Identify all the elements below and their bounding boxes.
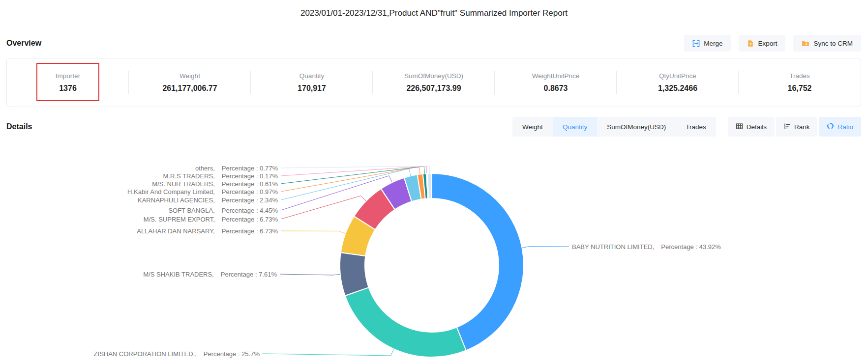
label-leader-line [522,247,569,248]
merge-button[interactable]: Merge [684,35,731,52]
pie-slice-zishan-corporation-limited-[interactable] [345,287,466,357]
stat-trades: Trades16,752 [739,58,861,107]
slice-name: ALLAHAR DAN NARSARY, [137,227,214,235]
slice-percentage: Percentage : 6.73% [222,227,278,235]
slice-label-m-r-s-traders: M.R.S TRADERS,Percentage : 0.17% [163,172,278,180]
label-leader-line [281,231,345,234]
stat-sumofmoney-usd-: SumOfMoney(USD)226,507,173.99 [373,58,495,107]
stat-quantity: Quantity170,917 [251,58,373,107]
slice-percentage: Percentage : 25.7% [204,350,260,358]
slice-label-soft-bangla: SOFT BANGLA,Percentage : 4.45% [168,207,278,214]
stat-label: SumOfMoney(USD) [404,72,463,80]
table-icon [736,123,743,131]
stat-label: WeightUnitPrice [532,72,580,80]
slice-percentage: Percentage : 43.92% [661,243,720,251]
stat-value: 1376 [59,84,77,93]
export-button[interactable]: Export [739,35,785,52]
slice-label-others: others,Percentage : 0.77% [195,165,278,172]
tab-trades[interactable]: Trades [676,117,716,137]
metric-tab-group: WeightQuantitySumOfMoney(USD)Trades [512,117,716,137]
stat-value: 226,507,173.99 [406,84,461,93]
slice-label-allahar-dan-narsary: ALLAHAR DAN NARSARY,Percentage : 6.73% [137,227,278,235]
stat-label: Weight [180,72,200,80]
overview-stats-card: Importer1376Weight261,177,006.77Quantity… [6,58,861,107]
details-controls: WeightQuantitySumOfMoney(USD)Trades Deta… [512,117,861,137]
label-leader-line [280,274,340,275]
slice-label-m-s-suprem-export: M/S. SUPREM EXPORT,Percentage : 6.73% [144,216,278,223]
stat-weight: Weight261,177,006.77 [129,58,251,107]
slice-label-m-s-nur-traders: M/S. NUR TRADERS,Percentage : 0.61% [152,180,278,188]
pie-slice-others[interactable] [427,173,432,198]
slice-name: M/S. SUPREM EXPORT, [144,216,215,223]
stat-label: Importer [56,72,80,80]
view-ratio-button[interactable]: Ratio [819,117,861,137]
slice-percentage: Percentage : 0.77% [222,165,278,172]
slice-name: others, [195,165,215,172]
stat-label: Trades [789,72,810,80]
slice-name: M/S. NUR TRADERS, [152,180,215,188]
slice-percentage: Percentage : 0.97% [222,188,278,196]
slice-name: H.Kabir And Company Limited, [127,188,215,196]
view-label: Ratio [838,123,853,131]
importer-report-page: 2023/01/01-2023/12/31,Product AND"fruit"… [0,0,868,364]
stat-weightunitprice: WeightUnitPrice0.8673 [495,58,617,107]
slice-label-m-s-shakib-traders: M/S SHAKIB TRADERS,Percentage : 7.61% [143,271,277,278]
merge-icon [692,40,700,47]
slice-percentage: Percentage : 6.73% [222,216,278,223]
stat-value: 16,752 [788,84,812,93]
pie-slice-baby-nutrition-limited[interactable] [432,173,524,351]
details-heading: Details [6,122,32,131]
sync-to-crm-button[interactable]: Sync to CRM [793,35,861,52]
stat-value: 0.8673 [544,84,568,93]
overview-actions: MergeExportSync to CRM [684,35,861,52]
slice-percentage: Percentage : 0.61% [222,180,278,188]
slice-percentage: Percentage : 2.34% [222,196,278,204]
action-label: Merge [704,40,722,47]
stat-label: QtyUnitPrice [659,72,696,80]
stat-value: 261,177,006.77 [162,84,217,93]
tab-weight[interactable]: Weight [512,117,553,137]
overview-heading: Overview [6,39,41,48]
view-rank-button[interactable]: Rank [776,117,818,137]
slice-name: M/S SHAKIB TRADERS, [143,271,214,278]
stat-label: Quantity [299,72,324,80]
slice-percentage: Percentage : 7.61% [221,271,277,278]
stat-qtyunitprice: QtyUnitPrice1,325.2466 [617,58,739,107]
stat-value: 170,917 [298,84,326,93]
view-label: Details [747,123,767,131]
label-leader-line [263,349,394,356]
ratio-donut-chart-area: BABY NUTRITION LIMITED,Percentage : 43.9… [0,142,868,364]
slice-percentage: Percentage : 4.45% [222,207,278,214]
slice-name: SOFT BANGLA, [168,207,214,214]
label-leader-line [281,166,430,173]
highlight-annotation-box [36,63,99,101]
slice-name: KARNAPHULI AGENCIES, [138,196,215,204]
slice-name: M.R.S TRADERS, [163,172,215,180]
folder-sync-icon [802,40,809,47]
ratio-icon [827,122,834,131]
view-mode-group: DetailsRankRatio [728,117,861,137]
pie-slice-m-s-shakib-traders[interactable] [340,252,369,296]
slice-percentage: Percentage : 0.17% [222,172,278,180]
tab-quantity[interactable]: Quantity [553,117,597,137]
overview-row: Overview MergeExportSync to CRM [6,34,861,52]
slice-label-zishan-corporation-limited-: ZISHAN CORPORATION LIMITED.,Percentage :… [94,350,260,358]
label-leader-line [281,196,366,219]
slice-name: ZISHAN CORPORATION LIMITED., [94,350,197,358]
page-title: 2023/01/01-2023/12/31,Product AND"fruit"… [0,8,868,18]
rank-icon [784,123,791,131]
action-label: Sync to CRM [813,40,853,47]
tab-sumofmoney-usd-[interactable]: SumOfMoney(USD) [597,117,676,137]
slice-name: BABY NUTRITION LIMITED, [572,243,654,251]
action-label: Export [758,40,777,47]
slice-label-baby-nutrition-limited: BABY NUTRITION LIMITED,Percentage : 43.9… [572,243,721,251]
donut-chart [0,142,868,364]
stat-importer: Importer1376 [7,58,129,107]
export-icon [747,40,754,47]
slice-label-h-kabir-and-company-limited: H.Kabir And Company Limited,Percentage :… [127,188,278,196]
stat-value: 1,325.2466 [658,84,697,93]
view-details-button[interactable]: Details [728,117,775,137]
view-label: Rank [794,123,810,131]
slice-label-karnaphuli-agencies: KARNAPHULI AGENCIES,Percentage : 2.34% [138,196,278,204]
details-row: Details WeightQuantitySumOfMoney(USD)Tra… [6,117,861,137]
